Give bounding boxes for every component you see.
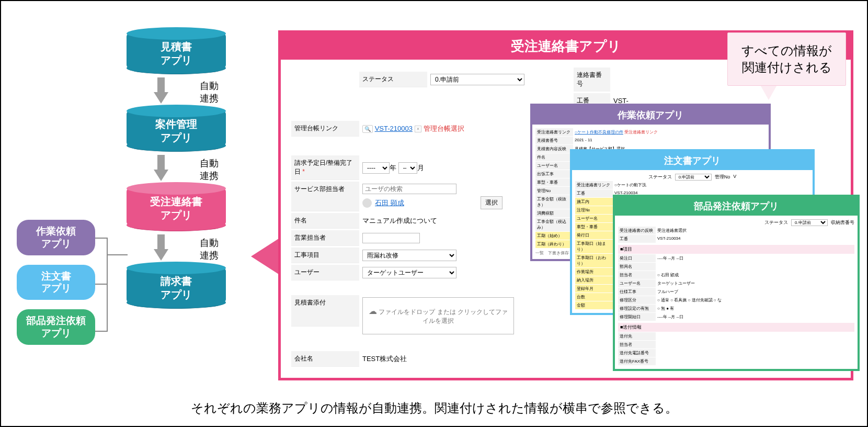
user-link[interactable]: 石田 顕成 — [375, 198, 404, 208]
status-label: ステータス — [359, 72, 427, 87]
billdate-label: 請求予定日/整備完了日 — [291, 155, 359, 180]
select-button[interactable]: 選択 — [481, 196, 502, 209]
mini-parts-status[interactable]: 0.申請前 — [791, 219, 828, 226]
caption: それぞれの業務アプリの情報が自動連携。関連付けされた情報が横串で参照できる。 — [1, 400, 867, 417]
mini-order-status[interactable]: 0.申請前 — [675, 174, 712, 181]
side-apps: 作業依頼 アプリ 注文書 アプリ 部品発注依頼 アプリ — [17, 220, 95, 354]
month-select[interactable]: -- — [398, 162, 417, 174]
mini-parts-panel: 部品発注依頼アプリ ステータス 0.申請前 収納書番号 受注連絡書の反映受注連絡… — [613, 195, 860, 371]
workitem-select[interactable]: 雨漏れ改修 — [362, 250, 456, 261]
attach-label: 見積書添付 — [291, 295, 359, 327]
subject-label: 件名 — [291, 213, 359, 229]
ledger-link[interactable]: VST-210003 — [375, 125, 413, 132]
clear-icon[interactable]: × — [415, 126, 422, 132]
pointer-icon — [251, 238, 280, 275]
node-invoice: 請求書 アプリ — [127, 262, 226, 309]
user-select[interactable]: ターゲットユーザー — [362, 267, 456, 278]
salesrep-input[interactable] — [362, 233, 420, 243]
year-select[interactable]: ---- — [362, 162, 390, 174]
avatar-icon — [362, 198, 372, 208]
company-label: 会社名 — [291, 351, 359, 367]
company-value: TEST株式会社 — [359, 352, 506, 366]
side-order: 注文書 アプリ — [17, 265, 95, 300]
workitem-label: 工事項目 — [291, 248, 359, 263]
subject-value: マニュアル作成について — [359, 214, 506, 228]
contactno-label: 連絡書番号 — [574, 68, 610, 92]
side-parts-request: 部品発注依頼 アプリ — [17, 309, 95, 345]
status-select[interactable]: 0.申請前 — [430, 74, 524, 85]
servicerep-label: サービス部担当者 — [291, 182, 359, 211]
node-order-contact: 受注連絡書 アプリ — [127, 182, 226, 231]
node-estimate: 見積書 アプリ — [127, 27, 226, 74]
ledger-label: 管理台帳リンク — [291, 121, 359, 137]
node-case-mgmt: 案件管理 アプリ — [127, 105, 226, 152]
side-work-request: 作業依頼 アプリ — [17, 220, 95, 255]
user-label: ユーザー — [291, 265, 359, 280]
salesrep-label: 営業担当者 — [291, 230, 359, 246]
file-dropzone[interactable]: ☁ ファイルをドロップ または クリックしてファイルを選択 — [362, 297, 514, 334]
ledger-action[interactable]: 管理台帳選択 — [424, 125, 464, 132]
user-search-input[interactable] — [362, 184, 456, 194]
callout: すべての情報が 関連付けされる — [727, 32, 846, 86]
